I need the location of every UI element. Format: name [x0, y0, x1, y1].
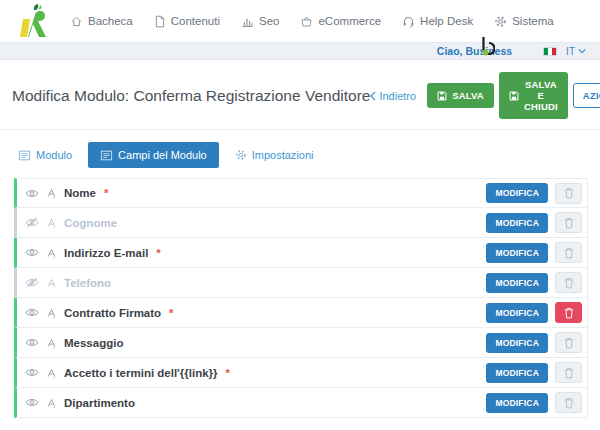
eye-icon[interactable]	[25, 367, 39, 378]
delete-button[interactable]	[555, 272, 582, 293]
chart-icon	[241, 15, 254, 28]
nav-item-bacheca[interactable]: Bacheca	[70, 15, 133, 28]
modify-button[interactable]: MODIFICA	[486, 393, 548, 413]
eye-icon[interactable]	[25, 307, 39, 318]
nav-item-label: Bacheca	[88, 15, 133, 27]
tab-label: Modulo	[36, 149, 72, 161]
nav-item-seo[interactable]: Seo	[241, 15, 279, 28]
cog-icon	[235, 149, 247, 161]
user-greeting-link[interactable]: Ciao, Business	[437, 45, 512, 57]
page-title: Modifica Modulo: Conferma Registrazione …	[12, 87, 370, 105]
back-label: Indietro	[379, 90, 416, 102]
nav-item-label: eCommerce	[318, 15, 381, 27]
italy-flag-icon	[543, 47, 557, 56]
chevron-down-icon	[578, 48, 586, 54]
save-button[interactable]: SALVA	[427, 83, 494, 108]
field-row: MessaggioMODIFICA	[14, 328, 588, 358]
actions-dropdown-button[interactable]: AZIONI	[573, 83, 600, 108]
delete-button[interactable]	[555, 242, 582, 263]
tab-impostazioni[interactable]: Impostazioni	[229, 142, 320, 168]
home-icon	[70, 15, 83, 28]
form-icon	[18, 150, 31, 161]
eye-icon[interactable]	[25, 397, 39, 408]
modify-button[interactable]: MODIFICA	[486, 333, 548, 353]
nav-item-label: Contenuti	[171, 15, 220, 27]
basket-icon	[300, 15, 313, 28]
delete-button[interactable]	[555, 332, 582, 353]
font-icon	[46, 367, 57, 379]
delete-button[interactable]	[555, 302, 582, 323]
headset-icon	[402, 15, 415, 28]
modify-button[interactable]: MODIFICA	[486, 273, 548, 293]
language-label: IT	[566, 46, 575, 57]
nav-item-contenuti[interactable]: Contenuti	[154, 15, 220, 28]
eye-icon[interactable]	[25, 337, 39, 348]
field-row: DipartimentoMODIFICA	[14, 388, 588, 418]
nav-item-label: Seo	[259, 15, 279, 27]
delete-button[interactable]	[555, 183, 582, 204]
delete-button[interactable]	[555, 212, 582, 233]
user-bar: Ciao, Business IT	[0, 42, 600, 60]
modify-button[interactable]: MODIFICA	[486, 213, 548, 233]
nav-item-sistema[interactable]: Sistema	[494, 15, 554, 28]
save-icon	[437, 91, 447, 101]
language-selector[interactable]: IT	[566, 46, 586, 57]
chevron-left-icon	[370, 91, 376, 101]
required-asterisk: *	[169, 307, 173, 319]
modify-button[interactable]: MODIFICA	[486, 243, 548, 263]
tab-label: Campi del Modulo	[118, 149, 207, 161]
modify-button[interactable]: MODIFICA	[486, 363, 548, 383]
nav-item-ecommerce[interactable]: eCommerce	[300, 15, 381, 28]
eye-icon[interactable]	[25, 247, 39, 258]
eye-slash-icon[interactable]	[25, 277, 39, 288]
main-nav: BachecaContenutiSeoeCommerceHelp DeskSis…	[70, 15, 554, 28]
font-icon	[46, 307, 57, 319]
nav-item-help-desk[interactable]: Help Desk	[402, 15, 473, 28]
app-logo[interactable]	[14, 3, 54, 39]
font-icon	[46, 187, 57, 199]
tab-label: Impostazioni	[252, 149, 314, 161]
modify-button[interactable]: MODIFICA	[486, 303, 548, 323]
font-icon	[46, 247, 57, 259]
gear-icon	[494, 15, 507, 28]
document-icon	[154, 15, 166, 28]
eye-icon[interactable]	[25, 188, 39, 199]
font-icon	[46, 337, 57, 349]
nav-item-label: Help Desk	[420, 15, 473, 27]
field-label: Accetto i termini dell'{{link}}	[64, 367, 218, 379]
form-icon	[100, 150, 113, 161]
tab-modulo[interactable]: Modulo	[12, 142, 78, 168]
field-row: Nome*MODIFICA	[14, 178, 588, 208]
field-row: Contratto Firmato*MODIFICA	[14, 298, 588, 328]
nav-item-label: Sistema	[512, 15, 554, 27]
field-row: Accetto i termini dell'{{link}}*MODIFICA	[14, 358, 588, 388]
actions-label: AZIONI	[583, 90, 600, 101]
eye-slash-icon[interactable]	[25, 217, 39, 228]
field-label: Nome	[64, 187, 96, 199]
field-label: Dipartimento	[64, 397, 135, 409]
page-header: Modifica Modulo: Conferma Registrazione …	[0, 60, 600, 130]
header-actions: Indietro SALVA SALVA E CHIUDI AZIONI	[370, 72, 600, 119]
field-row: CognomeMODIFICA	[14, 208, 588, 238]
save-label: SALVA	[452, 90, 484, 101]
font-icon	[46, 277, 57, 289]
modify-button[interactable]: MODIFICA	[486, 183, 548, 203]
tab-campi-del-modulo[interactable]: Campi del Modulo	[88, 142, 219, 168]
field-label: Contratto Firmato	[64, 307, 161, 319]
field-label: Telefono	[64, 277, 111, 289]
field-label: Cognome	[64, 217, 117, 229]
field-row: Indirizzo E-mail*MODIFICA	[14, 238, 588, 268]
required-asterisk: *	[226, 367, 230, 379]
form-field-list: Nome*MODIFICACognomeMODIFICAIndirizzo E-…	[14, 178, 588, 418]
delete-button[interactable]	[555, 362, 582, 383]
back-link[interactable]: Indietro	[370, 90, 416, 102]
tab-bar: ModuloCampi del ModuloImpostazioni	[0, 130, 600, 168]
required-asterisk: *	[104, 187, 108, 199]
field-label: Messaggio	[64, 337, 123, 349]
top-navbar: BachecaContenutiSeoeCommerceHelp DeskSis…	[0, 0, 600, 42]
save-and-close-button[interactable]: SALVA E CHIUDI	[499, 72, 568, 119]
font-icon	[46, 397, 57, 409]
font-icon	[46, 217, 57, 229]
save-icon	[509, 91, 519, 101]
delete-button[interactable]	[555, 392, 582, 413]
